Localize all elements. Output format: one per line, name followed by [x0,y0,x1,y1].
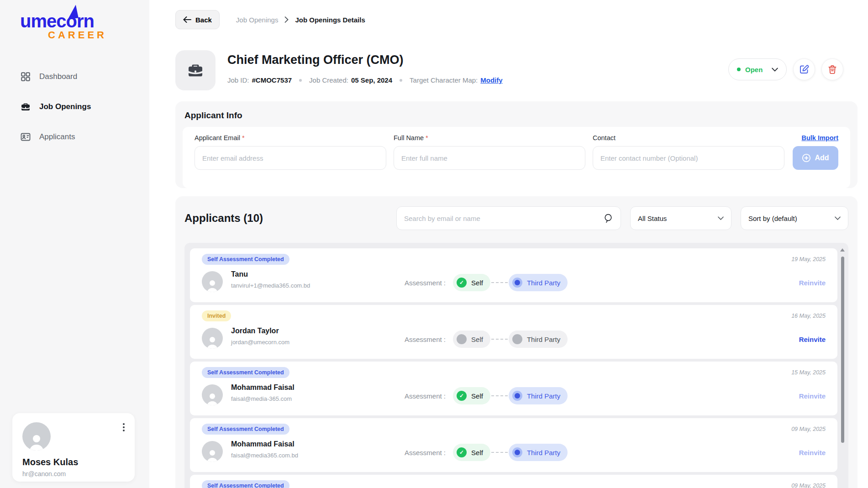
row-date: 16 May, 2025 [791,313,826,319]
add-applicant-button[interactable]: Add [793,146,838,170]
applicant-row: Self Assessment Completed 09 May, 2025 [190,475,837,488]
assessment-status: Assessment : ✓Self Third Party [405,387,568,404]
sidebar-item-label: Job Openings [39,102,91,111]
self-assessment-pill: ✓Self [453,444,490,461]
assessment-label: Assessment : [405,279,446,287]
self-assessment-pill: ✓Self [453,274,490,291]
scrollbar-up-arrow[interactable] [840,248,845,252]
self-assessment-pill: Self [453,331,490,348]
email-input[interactable] [195,146,386,170]
assessment-label: Assessment : [405,449,446,457]
applicant-info-section: Applicant Info Applicant Email * Full Na… [175,101,857,188]
job-icon-tile [175,50,216,90]
row-date: 09 May, 2025 [791,426,826,432]
search-wrap [396,206,621,230]
pending-dot-icon [457,334,467,344]
required-asterisk: * [242,134,245,142]
dot-separator [400,79,402,82]
back-label: Back [195,16,212,24]
job-title-block: Chief Marketing Officer (CMO) Job ID:#CM… [227,50,503,90]
sort-dropdown[interactable]: Sort by (default) [741,206,848,230]
applicants-list: Self Assessment Completed 19 May, 2025 T… [184,243,848,488]
sidebar-item-job-openings[interactable]: Job Openings [20,98,149,116]
applicant-avatar [202,328,223,349]
job-created-label: Job Created: [309,76,348,84]
job-id-label: Job ID: [227,76,249,84]
applicant-avatar [202,441,223,462]
back-button[interactable]: Back [175,10,220,29]
id-card-icon [20,131,31,142]
chevron-down-icon [835,216,841,220]
sidebar-item-dashboard[interactable]: Dashboard [20,68,149,86]
dashed-connector [491,282,508,283]
radio-dot-icon [512,278,522,288]
breadcrumb-current: Job Openings Details [295,16,365,24]
applicant-avatar [202,271,223,292]
sidebar-nav: Dashboard Job Openings Applicants [0,68,149,146]
applicants-heading: Applicants (10) [184,212,387,225]
job-status-dropdown[interactable]: Open [728,58,787,80]
third-party-pill: Third Party [509,444,568,461]
profile-email: hr@canon.com [22,470,125,478]
user-profile-card: Moses Kulas hr@canon.com [12,413,135,482]
search-icon [604,213,614,223]
reinvite-link[interactable]: Reinvite [799,392,826,400]
dashed-connector [491,452,508,453]
status-badge: Self Assessment Completed [202,480,289,488]
applicant-email: tanvirul+1@media365.com.bd [231,282,310,289]
applicant-row: Self Assessment Completed 15 May, 2025 M… [190,362,837,415]
radio-dot-icon [512,447,522,457]
fullname-label: Full Name [394,134,424,142]
assessment-label: Assessment : [405,392,446,400]
chevron-down-icon [772,68,778,72]
chevron-right-icon [284,16,289,23]
applicant-info-heading: Applicant Info [184,110,850,121]
edit-pencil-icon [799,64,809,74]
applicant-avatar [202,384,223,405]
dashboard-icon [20,71,31,82]
user-avatar [22,422,51,451]
reinvite-link[interactable]: Reinvite [799,449,826,457]
target-map-label: Target Character Map: [410,76,478,84]
status-label: Open [745,66,767,73]
job-controls: Open [728,58,843,80]
edit-job-button[interactable] [793,58,815,80]
status-badge: Self Assessment Completed [202,367,289,378]
breadcrumb: Job Openings Job Openings Details [236,16,365,24]
contact-input[interactable] [593,146,784,170]
dashed-connector [491,339,508,340]
contact-field-group: Contact [593,134,784,181]
applicant-name: Tanu [231,270,310,278]
job-title: Chief Marketing Officer (CMO) [227,53,503,67]
modify-link[interactable]: Modify [480,76,502,84]
add-column: Bulk Import Add [792,134,838,181]
applicant-info-form: Applicant Email * Full Name * Contact Bu… [183,127,850,188]
job-created-value: 05 Sep, 2024 [351,76,392,84]
profile-menu-button[interactable] [121,421,126,433]
reinvite-link[interactable]: Reinvite [799,336,826,343]
dot-separator [299,79,302,82]
applicant-email: faisal@media365.com.bd [231,452,298,459]
breadcrumb-parent[interactable]: Job Openings [236,16,279,24]
add-label: Add [815,154,829,162]
status-filter-dropdown[interactable]: All Status [630,206,731,230]
sidebar-item-applicants[interactable]: Applicants [20,128,149,146]
pending-dot-icon [512,334,522,344]
required-asterisk: * [426,134,428,142]
main-content: Back Job Openings Job Openings Details C… [149,0,868,488]
third-party-pill: Third Party [509,274,568,291]
fullname-input[interactable] [394,146,585,170]
delete-job-button[interactable] [821,58,843,80]
bulk-import-link[interactable]: Bulk Import [801,134,838,142]
reinvite-link[interactable]: Reinvite [799,279,826,287]
search-input[interactable] [396,206,621,230]
applicants-section: Applicants (10) All Status Sort by (defa… [175,196,857,488]
status-badge: Invited [202,310,231,321]
contact-label: Contact [593,134,615,142]
scrollbar-thumb[interactable] [841,257,844,443]
assessment-label: Assessment : [405,336,446,343]
third-party-pill: Third Party [509,387,568,404]
sidebar: umecorn CAREER Dashboard Job Openings Ap… [0,0,149,488]
sort-value: Sort by (default) [748,215,797,222]
self-assessment-pill: ✓Self [453,387,490,404]
